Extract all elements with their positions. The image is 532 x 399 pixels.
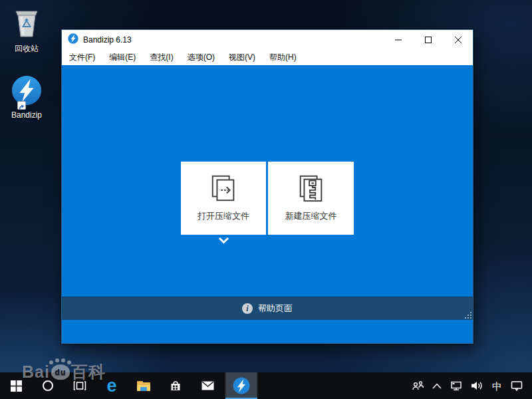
menu-view[interactable]: 视图(V) xyxy=(229,52,255,63)
file-explorer-icon xyxy=(137,381,150,391)
menu-file[interactable]: 文件(F) xyxy=(69,52,95,63)
bandizip-logo-icon xyxy=(11,75,42,108)
search-button[interactable] xyxy=(32,372,64,399)
maximize-button[interactable] xyxy=(413,30,443,50)
ime-indicator[interactable]: 中 xyxy=(492,381,502,391)
open-archive-button[interactable]: 打开压缩文件 xyxy=(181,162,266,235)
cortana-circle-icon xyxy=(42,380,54,392)
task-view-button[interactable] xyxy=(64,372,96,399)
help-page-bar[interactable]: i 帮助页面 xyxy=(62,297,473,320)
menu-find[interactable]: 查找(I) xyxy=(150,52,173,63)
task-view-icon xyxy=(73,380,86,391)
file-explorer-button[interactable] xyxy=(128,372,160,399)
info-icon: i xyxy=(242,303,253,314)
start-button[interactable] xyxy=(0,372,32,399)
open-archive-label: 打开压缩文件 xyxy=(198,210,249,222)
network-icon[interactable] xyxy=(450,380,462,391)
bandizip-window: Bandizip 6.13 文件(F) 编辑(E) 查找(I) 选项(O) 视图… xyxy=(61,29,473,344)
main-area: 打开压缩文件 新建压缩文件 i 帮助页面 xyxy=(62,65,473,320)
help-page-label: 帮助页面 xyxy=(258,303,293,315)
open-dropdown-chevron-icon[interactable] xyxy=(218,236,229,245)
recycle-bin-icon xyxy=(11,29,42,41)
new-archive-label: 新建压缩文件 xyxy=(285,210,337,222)
bandizip-shortcut-label: Bandizip xyxy=(5,110,48,120)
people-icon[interactable] xyxy=(412,380,424,391)
volume-icon[interactable] xyxy=(471,380,483,391)
system-tray: 中 xyxy=(412,372,532,399)
title-bar[interactable]: Bandizip 6.13 xyxy=(62,30,473,50)
window-title: Bandizip 6.13 xyxy=(83,35,132,45)
edge-button[interactable]: e xyxy=(96,372,128,399)
minimize-icon xyxy=(395,37,402,43)
minimize-button[interactable] xyxy=(383,30,413,50)
bandizip-taskbar-icon xyxy=(233,377,250,394)
action-center-icon[interactable] xyxy=(511,380,523,391)
bandizip-taskbar-button[interactable] xyxy=(225,372,257,399)
tray-overflow-chevron-icon[interactable] xyxy=(432,383,442,389)
mail-button[interactable] xyxy=(192,372,223,399)
menu-edit[interactable]: 编辑(E) xyxy=(109,52,136,63)
menu-bar: 文件(F) 编辑(E) 查找(I) 选项(O) 视图(V) 帮助(H) xyxy=(62,50,473,65)
open-archive-icon xyxy=(208,173,239,203)
close-icon xyxy=(455,37,462,43)
menu-help[interactable]: 帮助(H) xyxy=(269,52,297,63)
maximize-icon xyxy=(425,37,432,43)
menu-options[interactable]: 选项(O) xyxy=(188,52,215,63)
bandizip-desktop-shortcut[interactable]: Bandizip xyxy=(5,75,48,120)
new-archive-button[interactable]: 新建压缩文件 xyxy=(268,162,354,235)
store-icon xyxy=(170,380,182,392)
taskbar: e xyxy=(0,372,532,399)
app-icon xyxy=(68,33,78,47)
edge-icon: e xyxy=(106,377,116,395)
resize-grip[interactable] xyxy=(464,311,471,319)
shortcut-arrow-icon xyxy=(17,101,26,110)
mail-icon xyxy=(201,381,214,390)
new-archive-icon xyxy=(296,173,327,203)
windows-logo-icon xyxy=(11,380,22,392)
store-button[interactable] xyxy=(160,372,192,399)
recycle-bin-desktop-icon[interactable]: 回收站 xyxy=(5,7,48,55)
close-button[interactable] xyxy=(443,30,473,50)
recycle-bin-label: 回收站 xyxy=(5,43,48,55)
